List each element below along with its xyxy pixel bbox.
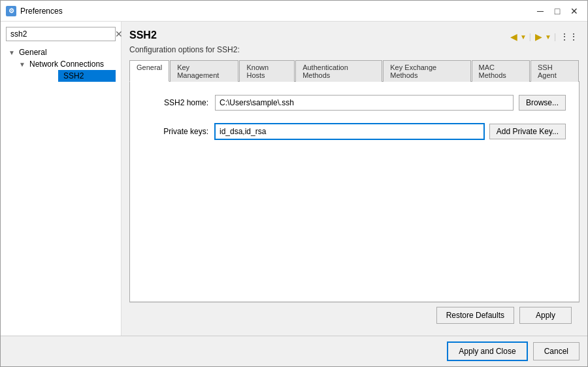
- ssh2-home-input[interactable]: [215, 95, 514, 111]
- general-label: General: [19, 48, 47, 57]
- private-keys-label: Private keys:: [143, 127, 208, 136]
- network-connections-label: Network Connections: [29, 60, 104, 69]
- ssh2-home-row: SSH2 home: Browse...: [143, 95, 566, 111]
- tree-child: ▼ Network Connections SSH2: [16, 58, 116, 82]
- panel-subtitle: Configuration options for SSH2:: [129, 45, 580, 54]
- sidebar-item-general[interactable]: ▼ General: [6, 46, 116, 58]
- window-title: Preferences: [20, 7, 532, 16]
- tree-grandchild: SSH2: [37, 70, 116, 82]
- add-private-key-button[interactable]: Add Private Key...: [489, 124, 566, 139]
- private-keys-row: Private keys: Add Private Key...: [143, 124, 566, 139]
- nav-forward-button[interactable]: ▶: [534, 30, 544, 43]
- restore-defaults-button[interactable]: Restore Defaults: [436, 307, 514, 324]
- panel-header: SSH2 ◀ ▼ | ▶ ▼ | ⋮⋮: [129, 29, 580, 44]
- app-icon: ⚙: [6, 6, 16, 16]
- nav-icons: ◀ ▼ | ▶ ▼ | ⋮⋮: [509, 30, 580, 43]
- apply-button[interactable]: Apply: [519, 307, 572, 324]
- cancel-button[interactable]: Cancel: [533, 342, 580, 360]
- window-controls: ─ □ ✕: [532, 3, 582, 19]
- search-input[interactable]: [7, 27, 112, 41]
- tree-group: ▼ General ▼ Network Connections SSH2: [6, 46, 116, 82]
- tab-known-hosts[interactable]: Known Hosts: [239, 60, 295, 82]
- minimize-button[interactable]: ─: [532, 3, 548, 19]
- footer-bar: Apply and Close Cancel: [1, 336, 587, 366]
- sidebar-item-ssh2[interactable]: SSH2: [58, 70, 116, 82]
- tab-key-management[interactable]: Key Management: [170, 60, 238, 82]
- main-content: ✕ ▼ General ▼ Network Connections SSH2: [1, 22, 587, 336]
- sidebar-item-network-connections[interactable]: ▼ Network Connections: [16, 58, 116, 70]
- expand-icon: ▼: [8, 49, 16, 56]
- preferences-window: ⚙ Preferences ─ □ ✕ ✕ ▼ General ▼: [0, 0, 588, 367]
- right-panel: SSH2 ◀ ▼ | ▶ ▼ | ⋮⋮ Configuration option…: [122, 22, 587, 336]
- tab-general[interactable]: General: [129, 60, 169, 82]
- tab-ssh-agent[interactable]: SSH Agent: [531, 60, 579, 82]
- tabs-container: General Key Management Known Hosts Authe…: [129, 60, 580, 82]
- ssh2-home-label: SSH2 home:: [143, 98, 208, 107]
- nav-separator: |: [529, 32, 531, 41]
- tab-authentication-methods[interactable]: Authentication Methods: [295, 60, 382, 82]
- close-button[interactable]: ✕: [566, 3, 582, 19]
- apply-and-close-button[interactable]: Apply and Close: [447, 341, 527, 361]
- browse-button[interactable]: Browse...: [519, 95, 566, 111]
- sidebar: ✕ ▼ General ▼ Network Connections SSH2: [1, 22, 122, 336]
- tab-content: SSH2 home: Browse... Private keys: Add P…: [129, 82, 580, 302]
- title-bar: ⚙ Preferences ─ □ ✕: [1, 1, 587, 22]
- tab-key-exchange-methods[interactable]: Key Exchange Methods: [383, 60, 470, 82]
- maximize-button[interactable]: □: [549, 3, 565, 19]
- panel-title: SSH2: [129, 29, 157, 41]
- nav-separator2: |: [554, 32, 556, 41]
- nav-more-button[interactable]: ⋮⋮: [559, 30, 580, 43]
- bottom-bar: Restore Defaults Apply: [129, 302, 580, 328]
- tab-mac-methods[interactable]: MAC Methods: [472, 60, 530, 82]
- ssh2-label: SSH2: [63, 71, 84, 80]
- nav-back-button[interactable]: ◀: [509, 30, 519, 43]
- nav-dropdown-icon: ▼: [520, 33, 527, 41]
- search-box-container: ✕: [6, 27, 116, 41]
- nav-dropdown-icon2: ▼: [545, 33, 551, 41]
- expand-icon-network: ▼: [19, 61, 27, 68]
- private-keys-input[interactable]: [215, 124, 484, 139]
